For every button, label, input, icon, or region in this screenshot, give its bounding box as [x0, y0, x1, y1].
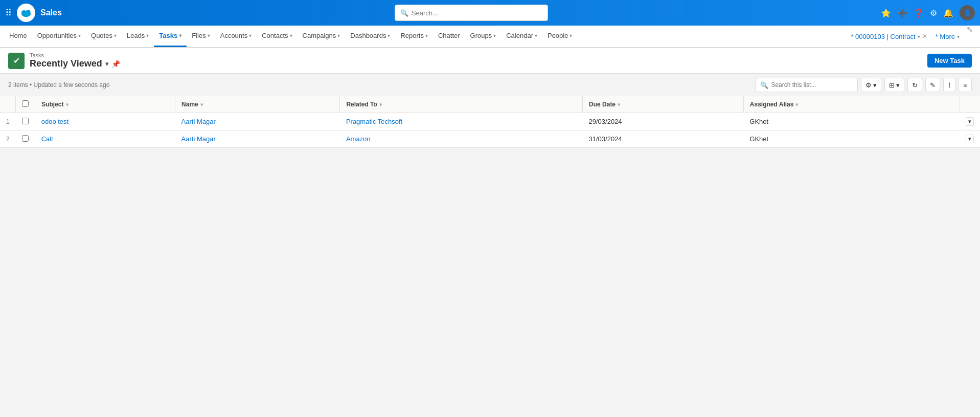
nav-accounts[interactable]: Accounts ▾ [215, 26, 257, 47]
grid-view-icon: ⊞ [889, 81, 895, 89]
page-title-section: Tasks Recently Viewed ▾ 📌 [30, 52, 120, 69]
row-action-cell-1[interactable]: ▾ [960, 130, 980, 148]
nav-opportunities[interactable]: Opportunities ▾ [32, 26, 86, 47]
nav-people[interactable]: People ▾ [542, 26, 577, 47]
col-related-to[interactable]: Related To ▾ [340, 96, 583, 113]
gear-button[interactable]: ⚙ ▾ [861, 78, 881, 92]
global-search-bar[interactable]: 🔍 [395, 5, 548, 21]
row-checkbox-1[interactable] [16, 130, 35, 148]
filter-button[interactable]: ≡ [959, 78, 972, 92]
grid-view-chevron-icon: ▾ [896, 81, 900, 89]
row-select-checkbox-0[interactable] [22, 118, 29, 124]
row-name-0: Aarti Magar [175, 113, 340, 130]
nav-dashboards[interactable]: Dashboards ▾ [345, 26, 395, 47]
related-to-link-0[interactable]: Pragmatic Techsoft [346, 118, 402, 125]
row-action-cell-0[interactable]: ▾ [960, 113, 980, 130]
row-name-1: Aarti Magar [175, 130, 340, 148]
row-select-checkbox-1[interactable] [22, 135, 29, 142]
salesforce-logo[interactable] [17, 4, 35, 22]
search-list-input[interactable] [771, 81, 853, 89]
row-due-date-0: 29/03/2024 [583, 113, 744, 130]
row-checkbox-0[interactable] [16, 113, 35, 130]
nav-files-chevron: ▾ [208, 33, 210, 38]
nav-chatter[interactable]: Chatter [433, 26, 465, 47]
charts-button[interactable]: ⌇ [943, 78, 955, 92]
row-action-btn-0[interactable]: ▾ [966, 117, 974, 126]
name-link-0[interactable]: Aarti Magar [181, 118, 216, 125]
nav-home[interactable]: Home [4, 26, 32, 47]
top-bar: ⠿ Sales 🔍 ⭐ ➕ ❓ ⚙ 🔔 👤 [0, 0, 980, 26]
row-related-to-0: Pragmatic Techsoft [340, 113, 583, 130]
gear-icon: ⚙ [865, 81, 872, 89]
nav-contacts[interactable]: Contacts ▾ [257, 26, 297, 47]
nav-groups-chevron: ▾ [493, 33, 496, 38]
user-avatar[interactable]: 👤 [960, 5, 975, 20]
favorites-icon[interactable]: ⭐ [881, 8, 891, 18]
nav-quotes[interactable]: Quotes ▾ [86, 26, 122, 47]
settings-icon[interactable]: ⚙ [930, 8, 937, 18]
subject-link-1[interactable]: Call [41, 135, 53, 143]
svg-point-3 [21, 11, 31, 17]
row-subject-1: Call [35, 130, 175, 148]
pinned-chevron: ▾ [918, 34, 920, 39]
row-assigned-alias-0: GKhet [743, 113, 960, 130]
add-icon[interactable]: ➕ [897, 8, 907, 18]
grid-nav-icon[interactable]: ⠿ [5, 7, 12, 18]
title-dropdown-icon[interactable]: ▾ [105, 60, 108, 68]
search-list-bar[interactable]: 🔍 [756, 78, 858, 92]
toolbar-right: 🔍 ⚙ ▾ ⊞ ▾ ↻ ✎ ⌇ ≡ [756, 78, 972, 92]
row-subject-0: odoo test [35, 113, 175, 130]
nav-reports[interactable]: Reports ▾ [395, 26, 433, 47]
col-subject[interactable]: Subject ▾ [35, 96, 175, 113]
nav-pinned-contract[interactable]: * 00000103 | Contract ▾ ✕ [847, 26, 931, 47]
help-icon[interactable]: ❓ [914, 8, 924, 18]
name-link-1[interactable]: Aarti Magar [181, 135, 216, 143]
row-related-to-1: Amazon [340, 130, 583, 148]
search-list-icon: 🔍 [760, 81, 768, 89]
grid-view-button[interactable]: ⊞ ▾ [884, 78, 904, 92]
nav-files[interactable]: Files ▾ [187, 26, 215, 47]
nav-more[interactable]: * More ▾ [931, 26, 964, 47]
col-assigned-alias[interactable]: Assigned Alias ▾ [743, 96, 960, 113]
table-row: 1 odoo test Aarti Magar Pragmatic Techso… [0, 113, 980, 130]
nav-edit-icon[interactable]: ✎ [964, 26, 976, 47]
nav-opportunities-chevron: ▾ [78, 33, 81, 38]
related-to-link-1[interactable]: Amazon [346, 135, 371, 143]
global-search-input[interactable] [412, 9, 542, 17]
nav-accounts-chevron: ▾ [249, 33, 252, 38]
edit-columns-button[interactable]: ✎ [925, 78, 940, 92]
nav-dashboards-chevron: ▾ [388, 33, 390, 38]
nav-campaigns[interactable]: Campaigns ▾ [298, 26, 346, 47]
page-title-text: Recently Viewed [30, 58, 102, 69]
row-due-date-1: 31/03/2024 [583, 130, 744, 148]
select-all-checkbox[interactable] [22, 100, 29, 107]
pinned-close-icon[interactable]: ✕ [922, 33, 927, 40]
bell-icon[interactable]: 🔔 [943, 8, 953, 18]
table-header-row: Subject ▾ Name ▾ Related To ▾ [0, 96, 980, 113]
col-name[interactable]: Name ▾ [175, 96, 340, 113]
top-bar-right: ⭐ ➕ ❓ ⚙ 🔔 👤 [881, 5, 975, 20]
row-num-1: 2 [0, 130, 16, 148]
nav-groups[interactable]: Groups ▾ [465, 26, 502, 47]
nav-people-chevron: ▾ [569, 33, 572, 38]
nav-contacts-chevron: ▾ [290, 33, 292, 38]
nav-leads-chevron: ▾ [146, 33, 149, 38]
sort-related-to-icon: ▾ [379, 102, 382, 107]
col-row-num [0, 96, 16, 113]
subject-link-0[interactable]: odoo test [41, 118, 69, 125]
nav-quotes-chevron: ▾ [114, 33, 117, 38]
refresh-button[interactable]: ↻ [907, 78, 922, 92]
col-due-date[interactable]: Due Date ▾ [583, 96, 744, 113]
nav-calendar[interactable]: Calendar ▾ [501, 26, 542, 47]
col-actions [960, 96, 980, 113]
row-action-btn-1[interactable]: ▾ [966, 135, 974, 143]
list-toolbar: 2 items • Updated a few seconds ago 🔍 ⚙ … [0, 74, 980, 96]
search-icon: 🔍 [400, 9, 408, 17]
nav-leads[interactable]: Leads ▾ [122, 26, 154, 47]
gear-chevron-icon: ▾ [873, 81, 877, 89]
tasks-table: Subject ▾ Name ▾ Related To ▾ [0, 96, 980, 148]
nav-tasks[interactable]: Tasks ▾ [154, 26, 187, 47]
new-task-button[interactable]: New Task [927, 54, 972, 68]
pin-icon[interactable]: 📌 [111, 60, 120, 68]
pinned-label: * 00000103 | Contract [851, 33, 915, 40]
